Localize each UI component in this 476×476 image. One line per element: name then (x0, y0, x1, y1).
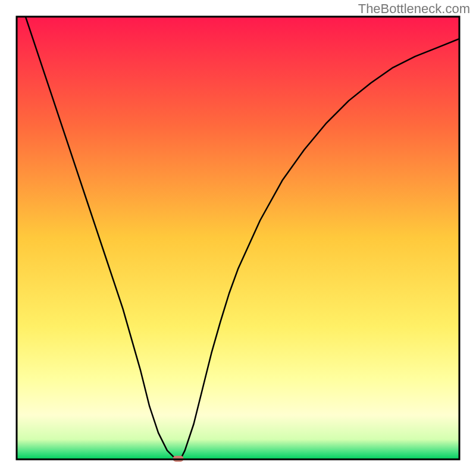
watermark-text: TheBottleneck.com (358, 1, 470, 17)
plot-background (17, 17, 459, 459)
bottleneck-chart: TheBottleneck.com (0, 0, 476, 476)
chart-svg (0, 0, 476, 476)
